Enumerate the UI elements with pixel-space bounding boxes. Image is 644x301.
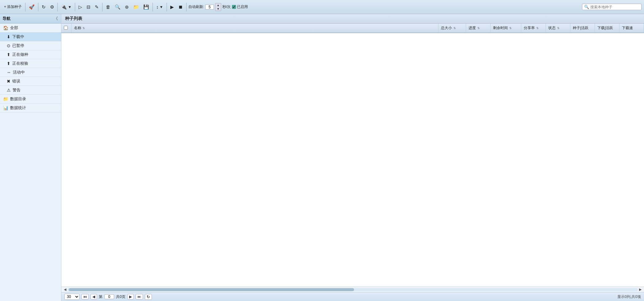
next-page-button[interactable]: ▶ [127,294,134,299]
col-header-checkbox [61,24,71,33]
scroll-right-arrow[interactable]: ▶ [638,288,643,291]
rocket-icon: 🚀 [29,4,35,10]
active-label: 活动中 [13,70,25,75]
col-header-seed_active: 种子|活跃 [570,24,595,33]
refresh-value-input[interactable]: 5 [205,5,214,10]
sidebar-title: 导航 [2,16,10,21]
rocket-button[interactable]: 🚀 [27,3,36,11]
sort-button[interactable]: ↕▼ [155,3,164,10]
magnet-button[interactable]: ⊛ [123,3,130,11]
refresh-icon: ↻ [42,4,46,10]
stop-icon: ⏹ [178,4,183,10]
sort-dropdown-arrow: ▼ [160,5,163,9]
folder-icon: 📁 [133,4,139,10]
auto-refresh-label: 自动刷新: [188,4,204,10]
pagination-refresh-button[interactable]: ↻ [145,294,152,300]
col-header-name[interactable]: 名称 ⇅ [71,24,438,33]
play-outline-button[interactable]: ▷ [77,3,84,11]
pagination-bar: 3050100200 ⏮ ◀ 第 共0页 ▶ ⏭ ↻ 显示0列,共0项 [61,292,644,301]
downloading-icon: ⬇ [7,34,10,39]
col-header-share_ratio[interactable]: 分享率 ⇅ [521,24,546,33]
seeding-label: 正在做种 [12,52,28,57]
col-header-progress[interactable]: 进度 ⇅ [466,24,491,33]
first-page-button[interactable]: ⏮ [81,294,89,299]
col-header-size[interactable]: 总大小 ⇅ [438,24,466,33]
sep-6 [152,3,153,11]
sep-8 [186,3,187,11]
per-page-select[interactable]: 3050100200 [64,294,79,300]
folder-button[interactable]: 📁 [132,3,141,11]
all-icon: 🏠 [3,25,8,30]
sep-1 [25,3,25,11]
select-all-checkbox[interactable] [64,26,68,30]
play-icon: ▶ [170,4,174,10]
scroll-thumb[interactable] [69,288,354,291]
all-label: 全部 [10,25,18,31]
table-header: 名称 ⇅总大小 ⇅进度 ⇅剩余时间 ⇅分享率 ⇅状态 ⇅种子|活跃下载|活跃下载… [61,24,644,33]
refresh-spinner: ▲ ▼ [215,3,221,11]
search-box[interactable]: 🔍 [582,4,642,10]
sep-3 [57,3,58,11]
total-pages-label: 共0页 [116,294,125,299]
pause-outline-button[interactable]: ⊟ [85,3,92,11]
sidebar-header: 导航 《 [0,14,61,24]
content-area: 种子列表 名称 ⇅总大小 ⇅进度 ⇅剩余时间 ⇅分享率 ⇅状态 ⇅种子|活跃下载… [61,14,644,301]
warning-label: 警告 [13,87,21,93]
sidebar-item-checking[interactable]: ⬆正在校验 [0,59,61,68]
stop-button[interactable]: ⏹ [177,3,184,10]
checking-icon: ⬆ [7,61,10,66]
spin-up[interactable]: ▲ [215,3,221,7]
paused-label: 已暂停 [12,43,24,48]
seeding-icon: ⬆ [7,52,10,57]
last-page-button[interactable]: ⏭ [136,294,143,299]
sidebar-item-all[interactable]: 🏠全部 [0,24,61,32]
sidebar-item-active[interactable]: ↔活动中 [0,68,61,77]
col-header-dl_active: 下载|活跃 [595,24,619,33]
col-header-remaining[interactable]: 剩余时间 ⇅ [491,24,521,33]
table-container[interactable]: 名称 ⇅总大小 ⇅进度 ⇅剩余时间 ⇅分享率 ⇅状态 ⇅种子|活跃下载|活跃下载… [61,24,644,287]
sidebar-item-seeding[interactable]: ⬆正在做种 [0,50,61,59]
active-icon: ↔ [7,70,11,75]
page-number-input[interactable] [104,294,114,299]
prev-page-button[interactable]: ◀ [91,294,97,299]
sep-2 [38,3,38,11]
warning-icon: ⚠ [7,88,11,93]
sidebar-item-paused[interactable]: ⊙已暂停 [0,41,61,50]
add-seed-button[interactable]: + 添加种子 [2,3,23,10]
sidebar: 导航 《 🏠全部⬇下载中⊙已暂停⬆正在做种⬆正在校验↔活动中✖错误⚠警告📁数据目… [0,14,61,301]
sidebar-item-downloading[interactable]: ⬇下载中 [0,32,61,41]
pause-outline-icon: ⊟ [87,4,91,10]
sep-7 [167,3,167,11]
seed-table: 名称 ⇅总大小 ⇅进度 ⇅剩余时间 ⇅分享率 ⇅状态 ⇅种子|活跃下载|活跃下载… [61,24,644,33]
refresh-button[interactable]: ↻ [40,3,47,11]
horizontal-scrollbar[interactable]: ◀ ▶ [61,287,644,292]
settings-button[interactable]: ⚙ [48,3,56,11]
search2-button[interactable]: 🔍 [113,3,122,11]
spin-down[interactable]: ▼ [215,7,221,11]
delete-button[interactable]: 🗑 [104,3,112,10]
enabled-checkbox-label[interactable]: 已启用 [232,4,248,10]
play-outline-icon: ▷ [79,4,82,10]
trash-icon: 🗑 [106,4,110,10]
sidebar-item-stats[interactable]: 📊数据统计 [0,104,61,112]
search-input[interactable] [590,5,639,9]
sidebar-item-data-dir[interactable]: 📁数据目录 [0,95,61,104]
plugin-dropdown-arrow: ▼ [68,5,71,9]
plugin-button[interactable]: 🔌▼ [60,3,73,11]
stats-label: 数据统计 [10,105,26,111]
sort-arrows-share_ratio: ⇅ [535,27,539,30]
start-button[interactable]: ▶ [169,3,175,11]
collapse-button[interactable]: 《 [53,16,59,21]
edit-button[interactable]: ✎ [93,3,100,11]
content-title: 种子列表 [65,16,82,21]
col-header-status[interactable]: 状态 ⇅ [546,24,570,33]
save-button[interactable]: 💾 [142,3,151,11]
sidebar-item-error[interactable]: ✖错误 [0,77,61,86]
downloading-label: 下载中 [12,34,24,40]
sort-arrows-status: ⇅ [556,27,560,30]
scroll-track[interactable] [67,288,638,291]
enabled-checkbox[interactable] [232,5,236,9]
auto-refresh-group: 自动刷新: 5 ▲ ▼ 秒/次 已启用 [188,3,248,11]
scroll-left-arrow[interactable]: ◀ [63,288,67,291]
sidebar-item-warning[interactable]: ⚠警告 [0,86,61,95]
